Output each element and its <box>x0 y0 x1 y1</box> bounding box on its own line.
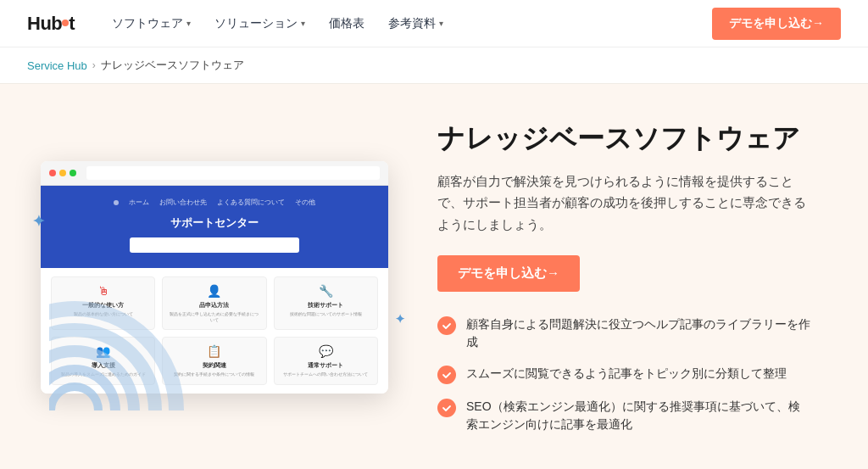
kb-card-3-icon: 🔧 <box>280 284 372 298</box>
chevron-down-icon: ▾ <box>439 19 443 28</box>
browser-url-bar <box>86 166 380 180</box>
kb-card-3: 🔧 技術サポート 技術的な問題についてのサポート情報 <box>274 276 378 330</box>
main-content: ✦ ✦ ホーム お問い合わせ先 よくある質問について <box>0 84 868 469</box>
nav-item-resources[interactable]: 参考資料 ▾ <box>378 9 453 38</box>
kb-nav-item-1: ホーム <box>129 198 149 207</box>
page-title: ナレッジベースソフトウェア <box>437 121 810 157</box>
kb-card-6-icon: 💬 <box>280 344 372 358</box>
chevron-down-icon: ▾ <box>186 19 191 28</box>
kb-card-6: 💬 通常サポート サポートチームへの問い合わせ方法について <box>274 337 378 385</box>
feature-list: 顧客自身による問題解決に役立つヘルプ記事のライブラリーを作成 スムーズに閲覧でき… <box>437 315 810 433</box>
kb-card-3-title: 技術サポート <box>280 301 372 310</box>
check-icon-3 <box>437 399 456 417</box>
kb-nav-item-4: その他 <box>295 198 315 207</box>
check-icon-2 <box>437 366 456 384</box>
sparkle-decoration-br: ✦ <box>395 312 405 326</box>
check-icon-1 <box>437 316 456 335</box>
nav-items: ソフトウェア ▾ ソリューション ▾ 価格表 参考資料 ▾ <box>102 9 712 38</box>
nav-item-pricing[interactable]: 価格表 <box>319 9 375 38</box>
navbar-cta: デモを申し込む→ <box>712 8 841 40</box>
kb-nav-row: ホーム お問い合わせ先 よくある質問について その他 <box>54 198 375 207</box>
navbar-demo-button[interactable]: デモを申し込む→ <box>712 8 841 40</box>
feature-item-2: スムーズに閲覧できるよう記事をトピック別に分類して整理 <box>437 365 810 384</box>
kb-nav-item-3: よくある質問について <box>217 198 285 207</box>
browser-dot-green <box>70 170 76 176</box>
kb-header: ホーム お問い合わせ先 よくある質問について その他 サポートセンター <box>41 186 388 268</box>
feature-text-1: 顧客自身による問題解決に役立つヘルプ記事のライブラリーを作成 <box>466 315 810 351</box>
kb-search-bar <box>130 237 299 253</box>
kb-card-6-title: 通常サポート <box>280 361 372 370</box>
kb-title: サポートセンター <box>54 215 375 231</box>
browser-dot-yellow <box>59 170 66 176</box>
feature-text-2: スムーズに閲覧できるよう記事をトピック別に分類して整理 <box>466 365 787 382</box>
right-section: ナレッジベースソフトウェア 顧客が自力で解決策を見つけられるように情報を提供する… <box>437 121 810 433</box>
kb-logo-dot <box>114 200 119 205</box>
breadcrumb-separator: › <box>92 59 96 71</box>
nav-item-solutions[interactable]: ソリューション ▾ <box>204 9 315 38</box>
logo-text: Hubt <box>27 13 75 35</box>
breadcrumb-parent[interactable]: Service Hub <box>27 59 87 72</box>
left-section: ✦ ✦ ホーム お問い合わせ先 よくある質問について <box>41 161 397 394</box>
breadcrumb-bar: Service Hub › ナレッジベースソフトウェア <box>0 47 868 84</box>
decorative-rings <box>49 292 210 410</box>
svg-point-2 <box>49 351 134 410</box>
sparkle-decoration-tl: ✦ <box>32 212 45 231</box>
svg-point-4 <box>51 387 98 410</box>
feature-item-3: SEO（検索エンジン最適化）に関する推奨事項に基づいて、検索エンジン向けに記事を… <box>437 398 810 433</box>
browser-bar <box>41 161 388 186</box>
breadcrumb-current: ナレッジベースソフトウェア <box>101 58 244 73</box>
chevron-down-icon: ▾ <box>301 19 305 28</box>
logo[interactable]: Hubt <box>27 13 75 35</box>
kb-card-3-text: 技術的な問題についてのサポート情報 <box>280 311 372 317</box>
hero-demo-button[interactable]: デモを申し込む→ <box>437 255 580 292</box>
breadcrumb: Service Hub › ナレッジベースソフトウェア <box>27 58 841 73</box>
feature-item-1: 顧客自身による問題解決に役立つヘルプ記事のライブラリーを作成 <box>437 315 810 351</box>
nav-item-software[interactable]: ソフトウェア ▾ <box>102 9 201 38</box>
browser-dot-red <box>49 170 56 176</box>
page-description: 顧客が自力で解決策を見つけられるように情報を提供することで、サポート担当者が顧客… <box>437 170 810 236</box>
navbar: Hubt ソフトウェア ▾ ソリューション ▾ 価格表 参考資料 ▾ デモを申し… <box>0 0 868 47</box>
feature-text-3: SEO（検索エンジン最適化）に関する推奨事項に基づいて、検索エンジン向けに記事を… <box>466 398 810 433</box>
kb-nav-item-2: お問い合わせ先 <box>159 198 207 207</box>
kb-card-6-text: サポートチームへの問い合わせ方法について <box>280 371 372 377</box>
